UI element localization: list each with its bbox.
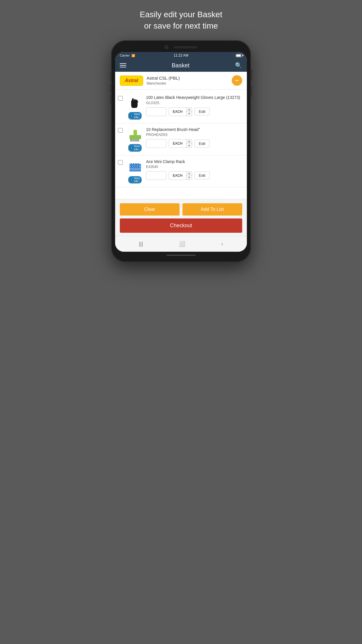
product-1-more-info[interactable]: i MoreInfo. xyxy=(128,112,142,120)
product-1-unit-down[interactable]: ▼ xyxy=(187,112,192,116)
rack-image xyxy=(127,159,143,175)
vol-down-button xyxy=(110,84,111,93)
svg-rect-23 xyxy=(138,166,139,167)
status-left: Carrier 📶 xyxy=(120,54,135,57)
product-1-name: 100 Latex Black Heavyweight Gloves Large… xyxy=(146,95,244,100)
product-1-code: GLO325 xyxy=(146,101,244,105)
phone-frame: Carrier 📶 11:22 AM Basket 🔍 Astral xyxy=(111,40,251,262)
svg-rect-21 xyxy=(133,166,134,167)
supplier-banner: Astral Astral CSL (PBL) Manchester − xyxy=(115,72,247,90)
product-2-details: 10 Replacement Brush Head" PROHEAD5S ▲ ▼… xyxy=(146,127,244,148)
product-1-edit-button[interactable]: Edit xyxy=(194,108,210,116)
product-3-edit-button[interactable]: Edit xyxy=(194,172,210,179)
product-2-unit-down[interactable]: ▼ xyxy=(187,144,192,148)
supplier-location: Manchester xyxy=(147,81,228,85)
spacer xyxy=(115,187,247,199)
product-1-unit-up[interactable]: ▲ xyxy=(187,108,192,112)
wifi-icon: 📶 xyxy=(131,54,135,57)
product-3-details: Ace Mini Clamp Rack E43540 ▲ ▼ EACH xyxy=(146,159,244,180)
nav-back-button[interactable]: ||| xyxy=(134,240,148,248)
clear-button[interactable]: Clear xyxy=(120,203,180,216)
product-1-details: 100 Latex Black Heavyweight Gloves Large… xyxy=(146,95,244,116)
brush-image xyxy=(127,127,143,143)
product-2-edit-button[interactable]: Edit xyxy=(194,140,210,148)
power-button xyxy=(251,69,252,81)
supplier-logo: Astral xyxy=(120,76,143,86)
product-1-checkbox[interactable] xyxy=(118,96,123,101)
svg-rect-19 xyxy=(138,163,139,164)
status-right xyxy=(236,54,242,57)
svg-rect-17 xyxy=(133,163,134,164)
add-to-list-button[interactable]: Add To List xyxy=(182,203,242,216)
svg-rect-18 xyxy=(135,163,137,164)
product-3-unit-down[interactable]: ▼ xyxy=(187,176,192,180)
svg-rect-2 xyxy=(129,135,141,139)
product-2-image-area: i MoreInfo. xyxy=(126,127,144,152)
table-row: i MoreInfo. Ace Mini Clamp Rack E43540 ▲… xyxy=(115,155,247,188)
table-row: i MoreInfo. 100 Latex Black Heavyweight … xyxy=(115,91,247,123)
checkout-button[interactable]: Checkout xyxy=(120,218,242,233)
svg-rect-16 xyxy=(131,163,132,164)
battery-fill xyxy=(236,55,241,57)
svg-rect-20 xyxy=(131,166,132,167)
svg-rect-22 xyxy=(135,166,137,167)
product-3-checkbox[interactable] xyxy=(118,160,123,165)
product-list: i MoreInfo. 100 Latex Black Heavyweight … xyxy=(115,91,247,187)
earpiece-speaker xyxy=(174,46,197,48)
battery-icon xyxy=(236,54,242,57)
product-3-more-info[interactable]: i MoreInfo. xyxy=(128,176,142,184)
svg-rect-11 xyxy=(133,130,137,136)
product-1-unit-select: EACH ▲ ▼ xyxy=(169,107,192,116)
headline: Easily edit your Basket or save for next… xyxy=(140,9,222,32)
product-2-qty-input[interactable] xyxy=(146,140,166,147)
product-1-qty-input[interactable] xyxy=(146,108,166,115)
phone-top-notch xyxy=(115,46,247,52)
product-3-controls: ▲ ▼ EACH ▲ ▼ Edit xyxy=(146,171,244,180)
nav-home-button[interactable]: ⬜ xyxy=(174,239,190,248)
app-header: Basket 🔍 xyxy=(115,59,247,72)
supplier-name: Astral CSL (PBL) xyxy=(147,76,228,80)
vol-up-button xyxy=(110,72,111,81)
product-3-image-area: i MoreInfo. xyxy=(126,159,144,184)
product-1-qty-stepper: ▲ ▼ xyxy=(146,107,166,116)
silent-button xyxy=(110,95,111,104)
page-title: Basket xyxy=(172,62,189,69)
product-2-unit-up[interactable]: ▲ xyxy=(187,139,192,144)
table-row: i MoreInfo. 10 Replacement Brush Head" P… xyxy=(115,123,247,155)
product-2-checkbox[interactable] xyxy=(118,128,123,133)
remove-supplier-button[interactable]: − xyxy=(232,75,242,86)
bottom-nav: ||| ⬜ ‹ xyxy=(115,236,247,252)
side-button-mid xyxy=(251,85,252,97)
home-indicator xyxy=(166,255,196,256)
product-2-controls: ▲ ▼ EACH ▲ ▼ Edit xyxy=(146,139,244,148)
front-camera xyxy=(165,46,168,49)
svg-rect-13 xyxy=(129,169,141,172)
product-1-image-area: i MoreInfo. xyxy=(126,95,144,120)
product-3-code: E43540 xyxy=(146,165,244,169)
gloves-image xyxy=(127,95,143,111)
phone-screen: Carrier 📶 11:22 AM Basket 🔍 Astral xyxy=(115,52,247,252)
product-3-name: Ace Mini Clamp Rack xyxy=(146,159,244,164)
carrier-label: Carrier xyxy=(120,54,130,57)
product-1-unit-value: EACH xyxy=(169,108,186,115)
product-3-unit-up[interactable]: ▲ xyxy=(187,172,192,176)
product-2-unit-value: EACH xyxy=(169,140,186,147)
phone-bottom-bar xyxy=(115,252,247,257)
product-3-unit-select: EACH ▲ ▼ xyxy=(169,171,192,180)
product-3-qty-stepper: ▲ ▼ xyxy=(146,171,166,180)
search-icon[interactable]: 🔍 xyxy=(235,62,242,69)
status-time: 11:22 AM xyxy=(174,53,189,57)
product-2-code: PROHEAD5S xyxy=(146,133,244,137)
bottom-actions: Clear Add To List Checkout xyxy=(115,199,247,236)
nav-recents-button[interactable]: ‹ xyxy=(217,240,228,248)
product-3-unit-value: EACH xyxy=(169,172,186,179)
supplier-info: Astral CSL (PBL) Manchester xyxy=(147,76,228,85)
product-2-more-info[interactable]: i MoreInfo. xyxy=(128,144,142,152)
product-2-name: 10 Replacement Brush Head" xyxy=(146,127,244,132)
product-3-qty-input[interactable] xyxy=(146,172,166,179)
supplier-logo-text: Astral xyxy=(125,78,138,83)
status-bar: Carrier 📶 11:22 AM xyxy=(115,52,247,59)
product-2-qty-stepper: ▲ ▼ xyxy=(146,139,166,148)
action-row: Clear Add To List xyxy=(120,203,242,216)
hamburger-menu-icon[interactable] xyxy=(120,63,126,67)
